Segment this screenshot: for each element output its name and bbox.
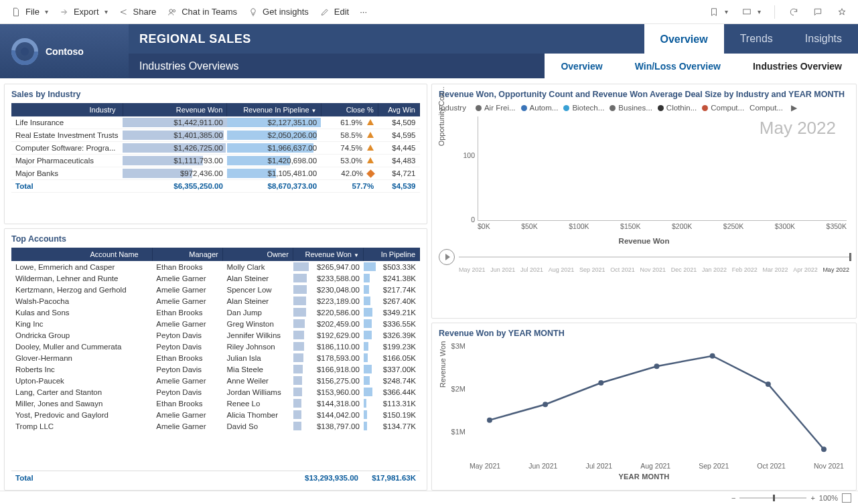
sub-tab[interactable]: Win/Loss Overview (619, 54, 737, 78)
top-accounts-total-row: Total $13,293,935.00 $17,981.63K (11, 471, 420, 485)
export-icon (59, 7, 70, 17)
favorite-button[interactable] (831, 4, 853, 20)
legend-item[interactable]: Clothin... (658, 104, 697, 112)
table-row[interactable]: Kertzmann, Herzog and GerholdAmelie Garn… (11, 284, 420, 295)
table-row[interactable]: Roberts IncPeyton DavisMia Steele$166,91… (11, 363, 420, 375)
brand-area: Contoso (0, 24, 129, 78)
file-icon (11, 7, 21, 17)
refresh-icon (788, 7, 799, 17)
get-insights-button[interactable]: Get insights (242, 4, 314, 20)
svg-point-5 (21, 48, 29, 56)
legend-item[interactable]: Comput... (749, 104, 783, 112)
svg-rect-2 (743, 9, 751, 13)
table-row[interactable]: Lowe, Emmerich and CasperEthan BrooksMol… (11, 261, 420, 272)
table-row[interactable]: Tromp LLCAmelie GarnerDavid So$138,797.0… (11, 420, 420, 432)
zoom-value: 100% (819, 494, 838, 502)
scatter-plot-area[interactable] (478, 116, 847, 221)
report-body: Revenue Won, Opportunity Count and Reven… (0, 78, 858, 496)
zoom-out-button[interactable]: − (731, 494, 735, 502)
column-header[interactable]: Revenue Won (123, 103, 227, 116)
comment-icon (812, 7, 823, 17)
table-row[interactable]: Ondricka GroupPeyton DavisJennifer Wilki… (11, 329, 420, 341)
sub-tab[interactable]: Industries Overview (737, 54, 858, 78)
more-menu[interactable]: ··· (354, 4, 372, 19)
main-tab-insights[interactable]: Insights (789, 24, 858, 54)
comment-button[interactable] (807, 4, 829, 20)
report-subtitle: Industries Overviews (139, 60, 239, 72)
share-button[interactable]: Share (113, 4, 162, 20)
table-row[interactable]: Upton-PaucekAmelie GarnerAnne Weiler$156… (11, 375, 420, 386)
table-row[interactable]: King IncAmelie GarnerGreg Winston$202,45… (11, 318, 420, 329)
ellipsis-icon: ··· (360, 7, 367, 17)
table-row[interactable]: Walsh-PacochaAmelie GarnerAlan Steiner$2… (11, 295, 420, 307)
main-tabs: OverviewTrendsInsights (644, 24, 859, 54)
column-header[interactable]: Industry (11, 103, 123, 116)
table-row[interactable]: Wilderman, Lehner and RunteAmelie Garner… (11, 272, 420, 284)
table-row[interactable]: Dooley, Muller and CummerataPeyton Davis… (11, 341, 420, 352)
refresh-button[interactable] (783, 4, 804, 20)
svg-point-9 (654, 363, 659, 369)
legend-item[interactable]: Autom... (521, 104, 559, 112)
table-row[interactable]: Miller, Jones and SawaynEthan BrooksRene… (11, 398, 420, 409)
chevron-down-icon: ▾ (758, 8, 761, 15)
table-row[interactable]: Yost, Predovic and GaylordAmelie GarnerA… (11, 409, 420, 420)
top-accounts-table: Account NameManagerOwnerRevenue Won▼In P… (11, 248, 420, 261)
timeline-slider[interactable] (459, 251, 849, 263)
play-button[interactable] (439, 249, 455, 265)
svg-point-0 (169, 9, 173, 12)
table-row[interactable]: Kulas and SonsEthan BrooksDan Jump$220,5… (11, 307, 420, 318)
table-row[interactable]: Major Pharmaceuticals$1,111,793.00$1,420… (11, 155, 420, 167)
top-toolbar: File ▾ Export ▾ Share Chat in Teams Get … (0, 0, 858, 24)
svg-point-11 (766, 382, 771, 387)
scatter-chart-card: Revenue Won, Opportunity Count and Reven… (431, 84, 857, 319)
insights-label: Get insights (263, 7, 309, 17)
main-tab-trends[interactable]: Trends (724, 24, 789, 54)
column-header[interactable]: Manager (152, 248, 222, 261)
file-label: File (25, 7, 40, 17)
column-header[interactable]: Revenue In Pipeline▼ (227, 103, 321, 116)
share-label: Share (133, 7, 157, 17)
sales-industry-table: IndustryRevenue WonRevenue In Pipeline▼C… (11, 103, 420, 193)
legend-item[interactable]: Biotech... (563, 104, 604, 112)
svg-point-6 (487, 418, 492, 423)
export-menu[interactable]: Export ▾ (54, 4, 113, 20)
column-header[interactable]: Owner (222, 248, 293, 261)
table-row[interactable]: Major Banks$972,436.00$1,105,481.0042.0%… (11, 167, 420, 180)
column-header[interactable]: Account Name (11, 248, 152, 261)
chevron-down-icon: ▾ (45, 8, 48, 15)
screen-icon (741, 7, 752, 17)
table-row[interactable]: Computer Software: Progra...$1,426,725.0… (11, 142, 420, 155)
industry-legend: Industry Air Frei...Autom...Biotech...Bu… (439, 103, 849, 112)
pencil-icon (319, 7, 330, 17)
line-title: Revenue Won by YEAR MONTH (439, 329, 849, 338)
svg-point-1 (173, 9, 175, 12)
svg-point-10 (710, 353, 715, 359)
zoom-slider[interactable] (739, 497, 806, 499)
total-row: Total$6,355,250.00$8,670,373.0057.7%$4,5… (11, 180, 420, 193)
table-row[interactable]: Real Estate Investment Trusts$1,401,385.… (11, 129, 420, 142)
view-menu[interactable]: ▾ (736, 4, 766, 20)
line-plot-area[interactable] (470, 346, 844, 459)
sub-tab[interactable]: Overview (545, 54, 618, 78)
legend-item[interactable]: Comput... (702, 104, 744, 112)
column-header[interactable]: Revenue Won▼ (293, 248, 363, 261)
column-header[interactable]: Close % (321, 103, 378, 116)
table-row[interactable]: Glover-HermannEthan BrooksJulian Isla$17… (11, 352, 420, 363)
zoom-in-button[interactable]: + (810, 494, 814, 502)
fit-page-icon[interactable] (842, 493, 851, 503)
star-icon (837, 7, 847, 17)
chat-teams-button[interactable]: Chat in Teams (161, 4, 242, 20)
legend-item[interactable]: Busines... (610, 104, 652, 112)
file-menu[interactable]: File ▾ (5, 4, 54, 20)
bookmark-menu[interactable]: ▾ (703, 4, 733, 20)
legend-item[interactable]: Air Frei... (476, 104, 516, 112)
column-header[interactable]: Avg Win (378, 103, 419, 116)
edit-button[interactable]: Edit (314, 4, 354, 20)
main-tab-overview[interactable]: Overview (644, 24, 724, 54)
timeline-ticks: May 2021Jun 2021Jul 2021Aug 2021Sep 2021… (459, 266, 849, 273)
scatter-y-label: Opportunity Cou... (437, 86, 445, 146)
column-header[interactable]: In Pipeline (363, 248, 419, 261)
legend-next-icon[interactable]: ▶ (791, 103, 797, 112)
table-row[interactable]: Lang, Carter and StantonPeyton DavisJord… (11, 386, 420, 398)
table-row[interactable]: Life Insurance$1,442,911.00$2,127,351.00… (11, 116, 420, 129)
